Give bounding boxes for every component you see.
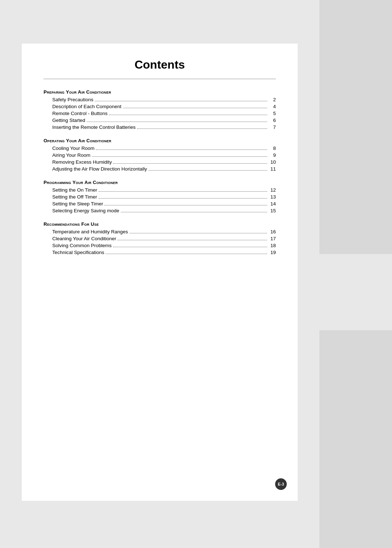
section-header-programming: Programming Your Air Conditioner xyxy=(44,180,276,185)
section-header-recommendations: Recommendations For Use xyxy=(44,221,276,227)
toc-dots xyxy=(148,170,267,171)
toc-page-number: 8 xyxy=(269,146,276,151)
toc-entry-label: Temperature and Humidity Ranges xyxy=(52,229,128,234)
section-header-preparing: Preparing Your Air Conditioner xyxy=(44,89,276,95)
toc-page-number: 6 xyxy=(269,118,276,123)
toc-entry-label: Airing Your Room xyxy=(52,152,90,158)
toc-page-number: 14 xyxy=(269,201,276,206)
toc-entry: Setting the On Timer12 xyxy=(52,187,276,193)
toc-page-number: 5 xyxy=(269,111,276,116)
toc-entry-label: Technical Specifications xyxy=(52,250,104,255)
toc-page-number: 18 xyxy=(269,243,276,248)
toc-entry: Cleaning Your Air Conditioner17 xyxy=(52,236,276,241)
toc-entry-label: Safety Precautions xyxy=(52,97,93,102)
toc-entry: Safety Precautions2 xyxy=(52,97,276,102)
page-container: Contents Preparing Your Air ConditionerS… xyxy=(22,44,298,501)
toc-entry-label: Description of Each Component xyxy=(52,104,122,109)
right-sidebar-bottom xyxy=(319,330,392,548)
toc-dots xyxy=(118,240,267,240)
toc-page-number: 12 xyxy=(269,187,276,193)
toc-dots xyxy=(113,247,267,247)
toc-entry: Remote Control - Buttons5 xyxy=(52,111,276,116)
toc-entry-label: Inserting the Remote Control Batteries xyxy=(52,124,136,130)
toc-entry: Removing Excess Humidity10 xyxy=(52,159,276,165)
toc-entry: Temperature and Humidity Ranges16 xyxy=(52,229,276,234)
toc-page-number: 9 xyxy=(269,152,276,158)
toc-entry: Technical Specifications19 xyxy=(52,250,276,255)
page-title: Contents xyxy=(44,58,276,71)
toc-entry-label: Remote Control - Buttons xyxy=(52,111,107,116)
toc-entry: Getting Started6 xyxy=(52,118,276,123)
toc-dots xyxy=(87,122,267,122)
toc-dots xyxy=(96,150,267,150)
toc-entry: Setting the Sleep Timer14 xyxy=(52,201,276,206)
toc-entry-label: Solving Common Problems xyxy=(52,243,112,248)
toc-entries-recommendations: Temperature and Humidity Ranges16Cleanin… xyxy=(52,229,276,255)
toc-dots xyxy=(130,233,267,233)
toc-entry-label: Getting Started xyxy=(52,118,85,123)
right-sidebar-top xyxy=(319,0,392,254)
toc-entry-label: Cooling Your Room xyxy=(52,146,94,151)
toc-dots xyxy=(105,205,267,205)
toc-page-number: 11 xyxy=(269,166,276,172)
toc-dots xyxy=(95,101,267,101)
toc-page-number: 15 xyxy=(269,208,276,213)
toc-entry-label: Setting the On Timer xyxy=(52,187,97,193)
toc-dots xyxy=(121,212,267,212)
title-divider xyxy=(44,79,276,79)
toc-entry-label: Removing Excess Humidity xyxy=(52,159,112,165)
toc-page-number: 16 xyxy=(269,229,276,234)
toc-page-number: 19 xyxy=(269,250,276,255)
toc-page-number: 7 xyxy=(269,124,276,130)
toc-entry: Airing Your Room9 xyxy=(52,152,276,158)
toc-page-number: 4 xyxy=(269,104,276,109)
toc-entry-label: Setting the Sleep Timer xyxy=(52,201,103,206)
toc-page-number: 17 xyxy=(269,236,276,241)
toc-page-number: 10 xyxy=(269,159,276,165)
toc-entry: Description of Each Component4 xyxy=(52,104,276,109)
toc-dots xyxy=(106,254,267,254)
toc-entries-operating: Cooling Your Room8Airing Your Room9Remov… xyxy=(52,146,276,172)
toc-dots xyxy=(99,191,267,192)
toc-entry: Solving Common Problems18 xyxy=(52,243,276,248)
toc-entries-preparing: Safety Precautions2Description of Each C… xyxy=(52,97,276,130)
toc-dots xyxy=(92,156,267,157)
toc-entry-label: Setting the Off Timer xyxy=(52,194,97,200)
toc-entry: Selecting Energy Saving mode15 xyxy=(52,208,276,213)
page-badge: E-3 xyxy=(275,478,287,490)
toc-dots xyxy=(109,115,267,115)
toc-entry: Cooling Your Room8 xyxy=(52,146,276,151)
toc-entry-label: Selecting Energy Saving mode xyxy=(52,208,119,213)
toc-entries-programming: Setting the On Timer12Setting the Off Ti… xyxy=(52,187,276,213)
toc-entry: Setting the Off Timer13 xyxy=(52,194,276,200)
toc-dots xyxy=(99,198,267,199)
toc-entry: Adjusting the Air Flow Direction Horizon… xyxy=(52,166,276,172)
toc-entry-label: Cleaning Your Air Conditioner xyxy=(52,236,116,241)
section-header-operating: Operating Your Air Conditioner xyxy=(44,138,276,143)
toc-entry-label: Adjusting the Air Flow Direction Horizon… xyxy=(52,166,147,172)
toc-content: Preparing Your Air ConditionerSafety Pre… xyxy=(44,89,276,255)
toc-page-number: 2 xyxy=(269,97,276,102)
toc-dots xyxy=(113,163,267,164)
toc-dots xyxy=(123,108,267,108)
toc-page-number: 13 xyxy=(269,194,276,200)
toc-entry: Inserting the Remote Control Batteries7 xyxy=(52,124,276,130)
toc-dots xyxy=(137,128,267,129)
